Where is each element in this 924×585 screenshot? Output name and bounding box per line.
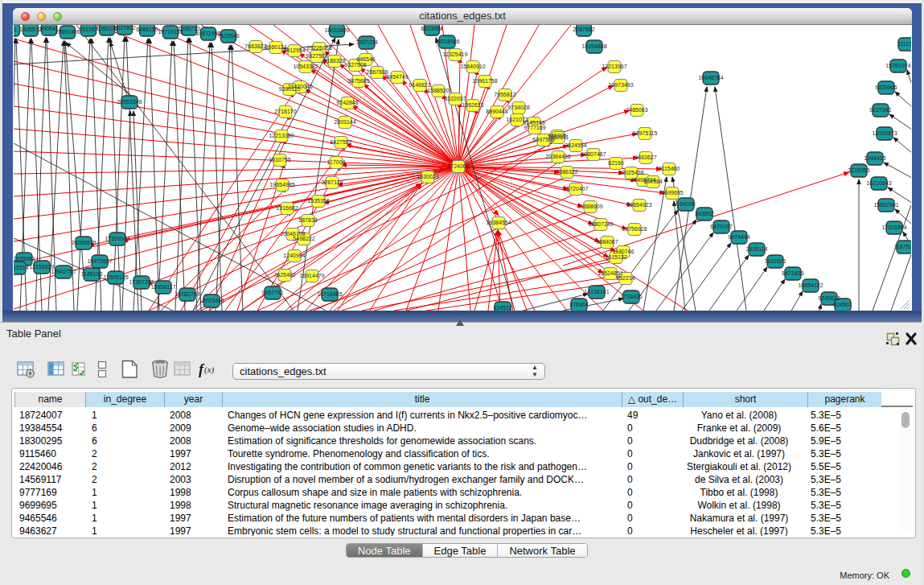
svg-text:12942757: 12942757: [51, 269, 76, 274]
svg-text:20206575: 20206575: [71, 240, 96, 245]
svg-text:7485063: 7485063: [626, 107, 647, 113]
svg-text:17016504: 17016504: [881, 225, 906, 230]
svg-text:16033809: 16033809: [324, 27, 349, 33]
svg-text:164095: 164095: [676, 201, 695, 207]
svg-text:15716485: 15716485: [317, 291, 342, 297]
svg-text:9146821: 9146821: [409, 82, 430, 88]
svg-text:646546: 646546: [356, 56, 375, 62]
svg-text:14136141: 14136141: [584, 289, 609, 295]
svg-text:1167535: 1167535: [894, 244, 911, 249]
svg-text:7663822: 7663822: [244, 43, 266, 49]
svg-text:1530023: 1530023: [417, 174, 438, 179]
svg-text:62160: 62160: [608, 160, 624, 166]
svg-text:9227341: 9227341: [869, 107, 891, 113]
svg-text:1362615: 1362615: [462, 102, 483, 108]
svg-text:8471626: 8471626: [782, 270, 803, 276]
svg-text:3915514: 3915514: [14, 265, 29, 270]
svg-text:9245612: 9245612: [818, 295, 840, 301]
svg-text:10807487: 10807487: [581, 151, 606, 157]
svg-text:12213380: 12213380: [269, 133, 294, 138]
svg-text:15640910: 15640910: [460, 64, 485, 69]
svg-text:7955812: 7955812: [494, 92, 515, 97]
svg-text:1615132: 1615132: [605, 254, 626, 260]
svg-text:9457791: 9457791: [261, 290, 283, 295]
svg-text:12093873: 12093873: [872, 130, 897, 136]
svg-text:9390115: 9390115: [279, 86, 301, 92]
svg-text:12023446: 12023446: [199, 298, 224, 303]
svg-text:5498222: 5498222: [293, 236, 314, 241]
svg-text:3215955: 3215955: [848, 167, 869, 173]
svg-text:1405572: 1405572: [19, 27, 41, 32]
svg-text:16210643: 16210643: [866, 180, 891, 186]
svg-text:7386322: 7386322: [556, 169, 577, 175]
svg-text:12213967: 12213967: [602, 64, 626, 69]
svg-text:19654985: 19654985: [269, 182, 294, 187]
svg-text:12505135: 12505135: [103, 274, 128, 280]
svg-text:10025438: 10025438: [618, 170, 643, 175]
svg-text:11325419: 11325419: [443, 51, 468, 57]
svg-text:10654122: 10654122: [798, 282, 823, 288]
svg-text:6479197: 6479197: [710, 224, 732, 229]
svg-text:8186328: 8186328: [323, 58, 345, 64]
svg-text:7357224: 7357224: [355, 39, 377, 45]
svg-text:15751074: 15751074: [885, 63, 910, 68]
svg-text:7515546: 7515546: [217, 33, 239, 39]
svg-text:2803144: 2803144: [334, 119, 355, 125]
svg-text:7625402: 7625402: [273, 272, 295, 278]
svg-text:16648784: 16648784: [698, 75, 723, 80]
svg-text:10961758: 10961758: [472, 78, 497, 84]
svg-text:15720407: 15720407: [563, 186, 588, 192]
svg-text:9734028: 9734028: [507, 105, 529, 110]
svg-text:19756928: 19756928: [622, 226, 647, 232]
svg-text:1527602: 1527602: [113, 25, 135, 31]
svg-text:1935061: 1935061: [14, 256, 35, 262]
svg-text:111211: 111211: [897, 41, 911, 47]
svg-text:2718170: 2718170: [274, 109, 296, 114]
svg-text:587833: 587833: [298, 217, 317, 223]
svg-text:10154808: 10154808: [581, 43, 606, 49]
svg-text:20691406: 20691406: [55, 29, 80, 35]
svg-text:924502: 924502: [493, 305, 511, 311]
svg-text:1244415: 1244415: [864, 155, 885, 161]
svg-text:654984: 654984: [643, 179, 662, 184]
svg-text:1240994: 1240994: [283, 253, 305, 258]
svg-text:924501: 924501: [833, 302, 852, 307]
svg-text:15958117: 15958117: [151, 284, 176, 290]
svg-text:2867608: 2867608: [366, 69, 388, 75]
svg-text:141: 141: [14, 27, 17, 32]
svg-text:9327508: 9327508: [344, 62, 366, 68]
svg-text:8427552: 8427552: [330, 139, 351, 145]
svg-text:0699695: 0699695: [661, 190, 683, 196]
svg-text:8322037: 8322037: [444, 96, 466, 101]
svg-text:16914479: 16914479: [299, 273, 324, 278]
svg-text:10973493: 10973493: [608, 82, 633, 88]
svg-text:1010755: 1010755: [269, 157, 290, 163]
svg-text:3267110: 3267110: [322, 179, 343, 185]
svg-text:19384554: 19384554: [486, 220, 511, 225]
svg-text:1535359: 1535359: [307, 198, 329, 204]
svg-text:8454749: 8454749: [386, 74, 408, 80]
svg-text:9329966: 9329966: [875, 84, 897, 90]
svg-text:876904: 876904: [569, 302, 588, 307]
svg-text:893892: 893892: [695, 211, 713, 216]
svg-text:10975857: 10975857: [87, 258, 112, 264]
svg-text:12975115: 12975115: [633, 130, 658, 136]
svg-text:9463627: 9463627: [634, 154, 656, 160]
svg-text:9474444: 9474444: [728, 234, 749, 240]
svg-text:18807249: 18807249: [588, 221, 613, 227]
svg-text:9115460: 9115460: [659, 166, 680, 171]
svg-text:1916682: 1916682: [276, 205, 298, 211]
svg-text:10688609: 10688609: [577, 204, 602, 209]
svg-text:8912954: 8912954: [283, 47, 305, 53]
svg-text:6466160: 6466160: [136, 27, 158, 32]
svg-text:1120746: 1120746: [613, 249, 634, 254]
svg-text:7462611: 7462611: [548, 134, 569, 140]
svg-text:20364436: 20364436: [545, 154, 570, 159]
svg-text:117004: 117004: [327, 159, 346, 165]
svg-text:(x): (x): [204, 365, 215, 375]
svg-text:23226058: 23226058: [306, 45, 331, 51]
svg-text:1588520: 1588520: [427, 88, 449, 93]
svg-text:20953346: 20953346: [117, 99, 142, 105]
svg-text:3875685: 3875685: [347, 78, 369, 84]
svg-text:10543382: 10543382: [293, 64, 318, 69]
